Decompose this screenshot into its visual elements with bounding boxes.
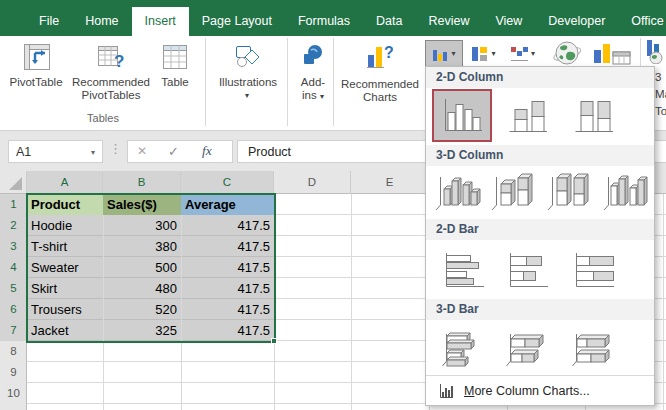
tab-home[interactable]: Home bbox=[72, 7, 131, 36]
name-box[interactable]: A1 ▾ bbox=[8, 140, 103, 163]
chart-type-clustered-column[interactable] bbox=[432, 89, 492, 142]
tab-page-layout[interactable]: Page Layout bbox=[189, 7, 285, 36]
recommended-pivottables-label-1: Recommended bbox=[70, 76, 152, 89]
group-divider bbox=[287, 38, 288, 126]
clustered-column-icon bbox=[439, 96, 485, 136]
group-divider bbox=[205, 38, 206, 126]
stacked-bar-icon bbox=[504, 250, 550, 290]
ribbon-tab-bar: File Home Insert Page Layout Formulas Da… bbox=[0, 0, 666, 36]
tab-data[interactable]: Data bbox=[363, 7, 415, 36]
illustrations-icon bbox=[235, 43, 261, 69]
row-header-column: 1 2 3 4 5 6 7 8 9 10 bbox=[0, 194, 27, 410]
insert-waterfall-chart-button[interactable]: ▾ bbox=[504, 40, 542, 68]
row-header-4[interactable]: 4 bbox=[0, 257, 27, 278]
add-ins-button[interactable]: Add- ins ▾ bbox=[290, 38, 336, 126]
formula-input-value: Product bbox=[248, 145, 291, 159]
chart-type-3d-stacked-bar[interactable] bbox=[496, 323, 558, 373]
tab-developer[interactable]: Developer bbox=[535, 7, 618, 36]
selection-fill-handle[interactable] bbox=[271, 338, 277, 344]
row-header-5[interactable]: 5 bbox=[0, 278, 27, 299]
clustered-bar-icon bbox=[440, 250, 486, 290]
table-button[interactable]: Table bbox=[152, 38, 198, 122]
more-column-charts-label: More Column Charts... bbox=[464, 384, 590, 398]
100-stacked-column-icon bbox=[570, 96, 616, 136]
pivottable-icon bbox=[23, 43, 51, 71]
row-header-3[interactable]: 3 bbox=[0, 236, 27, 257]
tab-insert[interactable]: Insert bbox=[132, 7, 189, 36]
formula-buttons: ✕ ✓ fx bbox=[127, 140, 233, 163]
tab-view[interactable]: View bbox=[482, 7, 535, 36]
chart-type-clustered-bar[interactable] bbox=[432, 243, 494, 297]
pivottable-button[interactable]: PivotTable bbox=[4, 38, 68, 122]
column-header-b[interactable]: B bbox=[103, 171, 181, 194]
cancel-icon[interactable]: ✕ bbox=[137, 144, 147, 158]
tab-review[interactable]: Review bbox=[415, 7, 482, 36]
gridline bbox=[663, 194, 664, 410]
column-header-a[interactable]: A bbox=[27, 171, 103, 194]
chart-type-3d-stacked-column[interactable] bbox=[486, 167, 542, 217]
row-header-10[interactable]: 10 bbox=[0, 383, 27, 404]
3d-100-stacked-bar-icon bbox=[570, 328, 616, 368]
column-header-d[interactable]: D bbox=[274, 171, 351, 194]
dropdown-arrow-icon: ▾ bbox=[491, 50, 495, 58]
more-column-charts-button[interactable]: More Column Charts... bbox=[426, 376, 654, 406]
table-label: Table bbox=[152, 76, 198, 89]
insert-waterfall-chart-icon bbox=[511, 46, 528, 62]
add-ins-label-2-text: ins bbox=[302, 89, 317, 101]
insert-hierarchy-chart-button[interactable]: ▾ bbox=[466, 40, 502, 68]
row-header-1[interactable]: 1 bbox=[0, 194, 27, 215]
maps-button[interactable] bbox=[549, 38, 585, 68]
tab-file[interactable]: File bbox=[26, 7, 72, 36]
tables-group-label: Tables bbox=[4, 112, 202, 124]
chart-type-3d-100-stacked-column[interactable] bbox=[542, 167, 598, 217]
group-divider bbox=[333, 38, 334, 126]
formula-bar-separator: ⋮ bbox=[109, 141, 122, 156]
illustrations-button[interactable]: Illustrations ▾ bbox=[212, 38, 284, 126]
chart-type-100-stacked-bar[interactable] bbox=[562, 243, 624, 297]
chart-type-3d-clustered-bar[interactable] bbox=[432, 323, 494, 373]
chart-type-3d-column[interactable] bbox=[598, 167, 654, 217]
insert-hierarchy-chart-icon bbox=[472, 46, 488, 62]
chart-type-3d-clustered-column[interactable] bbox=[430, 167, 486, 217]
select-all-button[interactable] bbox=[0, 171, 27, 194]
dropdown-arrow-icon: ▾ bbox=[451, 50, 455, 58]
chart-type-stacked-column[interactable] bbox=[496, 89, 558, 142]
svg-text:?: ? bbox=[114, 52, 124, 71]
dropdown-arrow-icon: ▾ bbox=[531, 50, 535, 58]
row-header-6[interactable]: 6 bbox=[0, 299, 27, 320]
name-box-arrow-icon[interactable]: ▾ bbox=[91, 149, 95, 157]
recommended-pivottables-button[interactable]: ? Recommended PivotTables bbox=[70, 38, 152, 122]
chart-type-stacked-bar[interactable] bbox=[496, 243, 558, 297]
svg-text:?: ? bbox=[384, 44, 393, 61]
chart-type-100-stacked-column[interactable] bbox=[562, 89, 624, 142]
3d-column-icon bbox=[602, 171, 650, 213]
illustrations-label: Illustrations bbox=[212, 76, 284, 89]
enter-icon[interactable]: ✓ bbox=[168, 144, 179, 159]
3d-clustered-column-icon bbox=[434, 171, 482, 213]
more-accelerator: M bbox=[464, 384, 474, 398]
tab-office-tab[interactable]: Office Tab bbox=[618, 7, 666, 36]
column-header-e[interactable]: E bbox=[351, 171, 429, 194]
pivotchart-button[interactable] bbox=[590, 40, 634, 68]
stacked-column-icon bbox=[504, 96, 550, 136]
row-header-8[interactable]: 8 bbox=[0, 341, 27, 362]
column-chart-dropdown-panel: 2-D Column bbox=[425, 66, 655, 406]
row-header-2[interactable]: 2 bbox=[0, 215, 27, 236]
recommended-charts-label-1: Recommended bbox=[337, 78, 423, 91]
select-all-triangle-icon bbox=[9, 177, 22, 190]
100-stacked-bar-icon bbox=[570, 250, 616, 290]
pivotchart-icon bbox=[592, 42, 632, 66]
row-header-9[interactable]: 9 bbox=[0, 362, 27, 383]
row-header-7[interactable]: 7 bbox=[0, 320, 27, 341]
recommended-charts-button[interactable]: ? Recommended Charts bbox=[337, 38, 423, 126]
selection-border bbox=[26, 193, 276, 343]
insert-column-chart-button[interactable]: ▾ bbox=[425, 40, 463, 68]
section-header-2d-bar: 2-D Bar bbox=[426, 219, 654, 240]
column-header-c[interactable]: C bbox=[181, 171, 274, 194]
tab-formulas[interactable]: Formulas bbox=[285, 7, 363, 36]
chart-type-3d-100-stacked-bar[interactable] bbox=[562, 323, 624, 373]
insert-column-chart-icon bbox=[432, 46, 448, 62]
insert-function-icon[interactable]: fx bbox=[202, 143, 212, 159]
3d-map-icon bbox=[646, 40, 666, 64]
add-ins-label-2: ins ▾ bbox=[290, 89, 336, 102]
